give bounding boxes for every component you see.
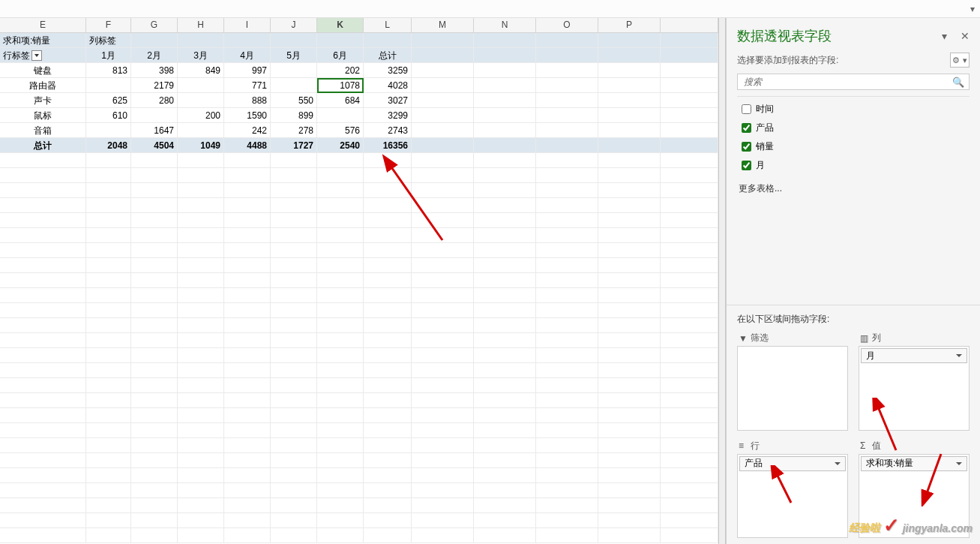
blank-cell[interactable] [178,333,224,348]
blank-cell[interactable] [271,288,317,303]
pivot-row-label-cell[interactable]: 行标签 [0,48,86,63]
blank-cell[interactable] [0,393,86,408]
blank-cell[interactable] [317,423,364,438]
blank-cell[interactable] [661,498,718,513]
blank-cell[interactable] [598,363,661,378]
blank-cell[interactable] [271,453,317,468]
field-search-box[interactable]: 🔍 [737,74,970,90]
blank-cell[interactable] [412,453,474,468]
blank-cell[interactable] [86,468,131,483]
blank-cell[interactable] [317,528,364,543]
blank-cell[interactable] [0,333,86,348]
blank-cell[interactable] [661,183,718,198]
spreadsheet-grid[interactable]: EFGHIJKLMNOP 求和项:销量列标签行标签1月2月3月4月5月6月总计键… [0,18,718,544]
pivot-month-2[interactable]: 2月 [131,48,178,63]
blank-cell[interactable] [131,483,178,498]
pivot-value-cell[interactable]: 771 [224,78,271,93]
blank-cell[interactable] [661,213,718,228]
blank-cell[interactable] [474,243,536,258]
blank-cell[interactable] [536,528,598,543]
blank-cell[interactable] [474,48,536,63]
blank-cell[interactable] [131,273,178,288]
blank-cell[interactable] [598,333,661,348]
field-checkbox-3[interactable] [742,161,751,170]
blank-cell[interactable] [224,228,271,243]
chevron-down-icon[interactable] [956,462,962,465]
blank-cell[interactable] [86,483,131,498]
blank-cell[interactable] [131,378,178,393]
blank-cell[interactable] [86,438,131,453]
selected-cell[interactable]: 1078 [317,78,364,93]
pivot-value-cell[interactable]: 684 [317,93,364,108]
pivot-row-total[interactable]: 3259 [364,63,412,78]
blank-cell[interactable] [412,483,474,498]
pivot-value-cell[interactable]: 625 [86,93,131,108]
blank-cell[interactable] [317,348,364,363]
blank-cell[interactable] [661,33,718,48]
blank-cell[interactable] [271,363,317,378]
blank-cell[interactable] [412,63,474,78]
blank-cell[interactable] [131,318,178,333]
blank-cell[interactable] [364,258,412,273]
blank-cell[interactable] [317,498,364,513]
blank-cell[interactable] [317,483,364,498]
pivot-value-cell[interactable] [178,78,224,93]
blank-cell[interactable] [536,483,598,498]
pivot-value-cell[interactable]: 849 [178,63,224,78]
blank-cell[interactable] [224,348,271,363]
blank-cell[interactable] [598,303,661,318]
blank-cell[interactable] [178,303,224,318]
blank-cell[interactable] [412,48,474,63]
blank-cell[interactable] [0,408,86,423]
blank-cell[interactable] [317,318,364,333]
blank-cell[interactable] [474,228,536,243]
blank-cell[interactable] [364,273,412,288]
blank-cell[interactable] [536,453,598,468]
blank-cell[interactable] [474,78,536,93]
blank-cell[interactable] [86,378,131,393]
blank-cell[interactable] [131,198,178,213]
blank-cell[interactable] [317,438,364,453]
blank-cell[interactable] [536,438,598,453]
blank-cell[interactable] [474,273,536,288]
blank-cell[interactable] [598,288,661,303]
blank-cell[interactable] [0,168,86,183]
blank-cell[interactable] [178,288,224,303]
titlebar-dropdown[interactable]: ▾ [967,3,979,15]
blank-cell[interactable] [536,63,598,78]
blank-cell[interactable] [598,318,661,333]
area-columns-well[interactable]: 月 [859,346,970,431]
blank-cell[interactable] [0,423,86,438]
blank-cell[interactable] [178,528,224,543]
blank-cell[interactable] [412,198,474,213]
field-item-3[interactable]: 月 [737,156,970,175]
blank-cell[interactable] [661,408,718,423]
blank-cell[interactable] [364,198,412,213]
blank-cell[interactable] [131,468,178,483]
blank-cell[interactable] [0,468,86,483]
blank-cell[interactable] [474,168,536,183]
blank-cell[interactable] [271,423,317,438]
blank-cell[interactable] [317,183,364,198]
panel-close-icon[interactable]: ✕ [961,30,970,42]
blank-cell[interactable] [224,378,271,393]
blank-cell[interactable] [131,333,178,348]
blank-cell[interactable] [0,258,86,273]
blank-cell[interactable] [598,513,661,528]
blank-cell[interactable] [131,153,178,168]
blank-cell[interactable] [536,228,598,243]
blank-cell[interactable] [536,468,598,483]
blank-cell[interactable] [131,183,178,198]
pivot-grand-total-value[interactable]: 4504 [131,138,178,153]
blank-cell[interactable] [86,498,131,513]
blank-cell[interactable] [412,213,474,228]
blank-cell[interactable] [412,243,474,258]
pivot-value-cell[interactable]: 813 [86,63,131,78]
blank-cell[interactable] [317,153,364,168]
blank-cell[interactable] [412,273,474,288]
blank-cell[interactable] [536,123,598,138]
blank-cell[interactable] [364,378,412,393]
blank-cell[interactable] [86,528,131,543]
blank-cell[interactable] [0,153,86,168]
blank-cell[interactable] [536,168,598,183]
